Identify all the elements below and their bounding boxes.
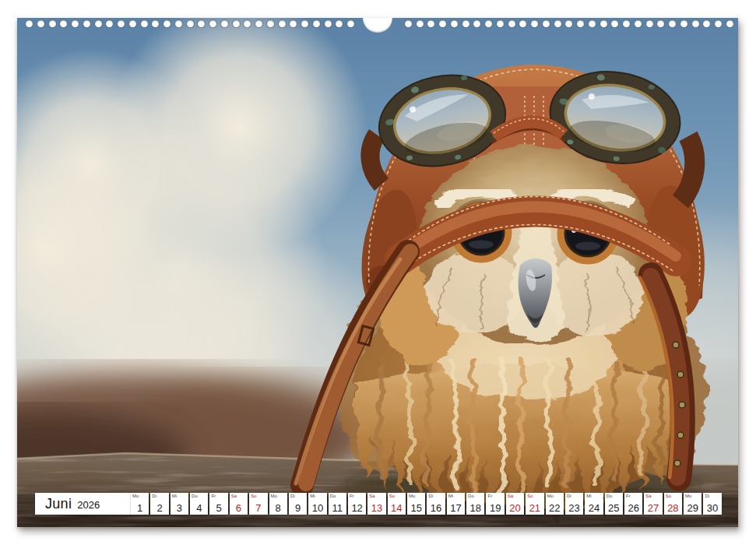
weekday-label: So: [389, 494, 395, 499]
day-cell: Mi3: [171, 493, 188, 515]
binding-hole: [473, 20, 480, 27]
day-cell: Sa6: [230, 493, 248, 515]
day-number: 15: [407, 503, 425, 513]
day-cell: Sa13: [367, 493, 385, 515]
binding-hole: [313, 20, 320, 27]
calendar-strip: Juni 2026 Mo1Di2Mi3Do4Fr5Sa6So7Mo8Di9Mi1…: [17, 493, 738, 515]
day-number: 30: [703, 503, 721, 513]
weekday-label: Mo: [409, 494, 415, 499]
day-number: 24: [585, 503, 603, 513]
weekday-label: Fr: [350, 494, 354, 499]
binding-hole: [680, 20, 687, 27]
day-cell: Fr19: [486, 493, 504, 515]
day-cell: So21: [526, 493, 543, 515]
weekday-label: Mi: [448, 494, 453, 499]
calendar-sheet: Juni 2026 Mo1Di2Mi3Do4Fr5Sa6So7Mo8Di9Mi1…: [17, 18, 738, 527]
weekday-label: Sa: [369, 494, 374, 499]
binding-hole: [726, 20, 733, 27]
binding-hole: [497, 20, 504, 27]
binding-hole: [451, 20, 458, 27]
binding-hole: [95, 20, 102, 27]
month-name: Juni: [45, 496, 72, 512]
binding-hole: [279, 20, 286, 27]
day-cell: Di30: [703, 493, 721, 515]
day-number: 23: [565, 503, 583, 513]
weekday-label: So: [527, 494, 533, 499]
weekday-label: Mi: [586, 494, 591, 499]
binding-hole: [198, 20, 205, 27]
binding-hole: [26, 20, 33, 27]
day-cell: Mi17: [447, 493, 465, 515]
weekday-label: Di: [152, 494, 156, 499]
day-cell: Di2: [150, 493, 168, 515]
binding-hole: [83, 20, 90, 27]
binding-hole: [427, 20, 434, 27]
binding-hole: [209, 20, 216, 27]
binding-hole: [141, 20, 148, 27]
binding-hole: [290, 20, 297, 27]
binding-hole: [152, 20, 159, 27]
day-number: 29: [684, 503, 701, 513]
binding-hole: [336, 20, 343, 27]
binding-hole: [255, 20, 262, 27]
day-cell: Do25: [605, 493, 623, 515]
binding-hole: [611, 20, 618, 27]
day-number: 25: [605, 503, 623, 513]
weekday-label: Di: [705, 494, 709, 499]
day-number: 18: [466, 503, 484, 513]
weekday-label: Do: [330, 494, 336, 499]
day-number: 22: [546, 503, 564, 513]
weekday-label: Mo: [271, 494, 277, 499]
day-number: 11: [329, 503, 346, 513]
binding-hole: [118, 20, 125, 27]
day-number: 26: [624, 503, 642, 513]
day-number: 8: [269, 503, 287, 513]
binding-hole: [519, 20, 526, 27]
binding-hole: [72, 20, 79, 27]
binding-hole: [37, 20, 44, 27]
day-cell: Do18: [466, 493, 484, 515]
binding-hole: [692, 20, 699, 27]
binding-hole: [405, 20, 412, 27]
day-number: 12: [348, 503, 366, 513]
binding-hole: [589, 20, 596, 27]
day-cell: Do11: [329, 493, 346, 515]
day-number: 3: [171, 503, 188, 513]
binding-hole: [233, 20, 240, 27]
weekday-label: Fr: [626, 494, 631, 499]
day-number: 6: [230, 503, 248, 513]
binding-hole: [635, 20, 642, 27]
binding-hole: [325, 20, 332, 27]
month-label-box: Juni 2026: [35, 493, 131, 515]
binding-hole: [543, 20, 550, 27]
day-cell: Mi24: [585, 493, 603, 515]
binding-hole: [417, 20, 424, 27]
day-number: 5: [209, 503, 227, 513]
day-cell: Do4: [190, 493, 208, 515]
binding-hole: [646, 20, 653, 27]
day-cell: Di23: [565, 493, 583, 515]
binding-hole: [187, 20, 194, 27]
day-row: Mo1Di2Mi3Do4Fr5Sa6So7Mo8Di9Mi10Do11Fr12S…: [131, 493, 722, 515]
weekday-label: Mi: [310, 494, 315, 499]
day-cell: Fr12: [348, 493, 366, 515]
binding-hole: [508, 20, 515, 27]
binding-hole: [485, 20, 492, 27]
weekday-label: So: [666, 494, 671, 499]
binding-hole: [175, 20, 182, 27]
day-cell: Di9: [289, 493, 307, 515]
day-number: 28: [664, 503, 682, 513]
binding-hole: [164, 20, 171, 27]
weekday-label: Fr: [487, 494, 492, 499]
weekday-label: Sa: [645, 494, 651, 499]
day-number: 14: [388, 503, 406, 513]
weekday-label: Mo: [685, 494, 691, 499]
binding-hole: [554, 20, 561, 27]
binding-hole: [244, 20, 251, 27]
binding-hole: [462, 20, 469, 27]
day-number: 9: [289, 503, 307, 513]
binding-hole: [600, 20, 607, 27]
binding-hole: [703, 20, 710, 27]
weekday-label: Sa: [231, 494, 237, 499]
calendar-product-photo: Juni 2026 Mo1Di2Mi3Do4Fr5Sa6So7Mo8Di9Mi1…: [0, 0, 756, 545]
